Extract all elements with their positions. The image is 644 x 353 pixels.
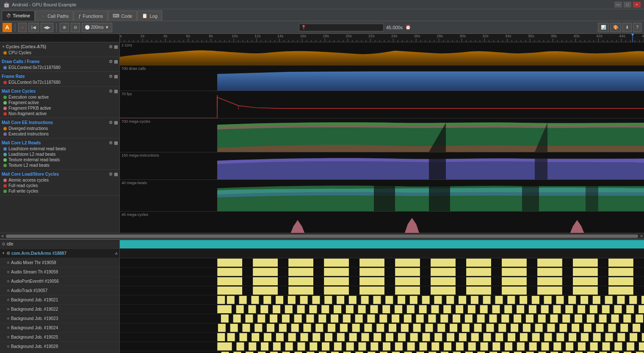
charts-panel: 2 GHz 700 draw calls — [120, 34, 644, 233]
thread-bgjob4: ⊛ Background Job. #19024 — [0, 323, 119, 333]
maliloadstore-gear-icon[interactable]: ⚙ — [109, 172, 113, 176]
darkarms-chart-row — [120, 249, 644, 258]
mali-exec-dot — [3, 96, 7, 99]
bgjob4-canvas — [120, 323, 644, 332]
zoom-out-button[interactable]: ⊖ — [71, 23, 80, 32]
malieeinstr-bar-icon[interactable]: ▦ — [114, 120, 118, 125]
malieeinstr-gear-icon[interactable]: ⚙ — [109, 120, 113, 125]
thread-bgjob1: ⊛ Background Job. #19021 — [0, 295, 119, 305]
record-button[interactable]: ● — [18, 23, 27, 32]
scroll-right[interactable]: ▶ — [640, 234, 644, 239]
time-input[interactable]: 📍 — [299, 24, 384, 31]
metrics-panel: ▼ Cycles (Cortex-A75) ⚙ ▦ CPU Cycles Dra… — [0, 34, 120, 233]
malicycles-header: Mali Core Cycles ⚙ ▦ — [0, 88, 119, 94]
android-icon: 🤖 — [3, 2, 10, 8]
audiomixer-canvas — [120, 258, 644, 267]
maximize-button[interactable]: □ — [624, 2, 631, 8]
thread-icon2: ⊛ — [7, 270, 10, 274]
thread-icon9: ⊛ — [7, 335, 10, 339]
maliloadstore-group: Mali Core Load/Store Cycles ⚙ ▦ Atomic a… — [0, 170, 119, 196]
minimize-button[interactable]: — — [614, 2, 622, 8]
thread-bgjob3: ⊛ Background Job. #19023 — [0, 314, 119, 323]
bgjob5-chart — [120, 333, 644, 342]
rewind-button[interactable]: |◀ — [28, 23, 39, 32]
executed-dot — [3, 132, 7, 136]
audiostream-canvas — [120, 268, 644, 276]
tab-log[interactable]: 📋 Log — [137, 11, 162, 21]
thread-bgjob5: ⊛ Background Job. #19025 — [0, 333, 119, 342]
help-button[interactable]: ? — [633, 23, 641, 32]
tab-code[interactable]: ⌨ Code — [108, 11, 137, 21]
mali-atomic-item: Atomic access cycles — [0, 177, 119, 183]
framerate-label: 70 fps — [122, 92, 132, 96]
malicycles-svg — [120, 119, 644, 152]
tab-callpaths[interactable]: 📞 Call Paths — [35, 11, 73, 21]
malil2reads-svg — [120, 180, 644, 211]
idle-bar — [120, 240, 644, 248]
mali-frag-item: Fragment active — [0, 100, 119, 105]
horizontal-scrollbar[interactable]: ◀ ▶ ||| — [0, 233, 644, 239]
malil2reads-gear-icon[interactable]: ⚙ — [109, 141, 113, 145]
thread-icon5: ⊛ — [7, 298, 10, 302]
time-display: 45.000s — [386, 25, 403, 30]
malicycles-label: 700 mega-cycles — [122, 119, 150, 124]
toolbar: A ● |◀ ◀▶ ⊕ ⊖ 🕐 200ms ▼ 📍 45.000s ⏰ 📊 🎨 … — [0, 21, 644, 34]
mali-fpkb-item: Fragment FPKB active — [0, 105, 119, 111]
mali-nonfrag-item: Non-fragment active — [0, 111, 119, 116]
malil2reads-bar-icon[interactable]: ▦ — [114, 141, 118, 145]
mali-executed-item: Executed instructions — [0, 131, 119, 137]
drawcalls-chart: 700 draw calls — [120, 66, 644, 91]
idle-process: ⚙ idle — [0, 240, 119, 249]
diverged-dot — [3, 127, 7, 130]
bgjob6-chart — [120, 342, 644, 351]
export-button[interactable]: ⬇ — [622, 23, 632, 32]
chart-type-button[interactable]: 📊 — [598, 23, 609, 32]
process-A-label: A — [115, 251, 118, 256]
cycles-header: ▼ Cycles (Cortex-A75) ⚙ ▦ — [0, 44, 119, 50]
sep1 — [15, 23, 15, 32]
cycles-bar-icon[interactable]: ▦ — [114, 44, 118, 49]
bgjob2-chart — [120, 305, 644, 314]
bgjob6-canvas — [120, 342, 644, 351]
maliloadstore-label: 45 mega-cycles — [122, 212, 148, 217]
tab-functions[interactable]: ƒ Functions — [74, 11, 108, 21]
darkarms-process: ▼ ⚙ com.Arm.DarkArms #18887 A — [0, 249, 119, 258]
tab-timeline[interactable]: ⏱ Timeline — [2, 11, 35, 21]
title-bar: 🤖 Android - GPU Bound Example — □ × — [0, 0, 644, 9]
cycles-expand[interactable]: ▼ — [2, 45, 5, 49]
framerate-header: Frame Rate ⚙ ▦ — [0, 73, 119, 80]
maliloadstore-bar-icon[interactable]: ▦ — [114, 172, 118, 176]
nav-button[interactable]: ◀▶ — [41, 23, 53, 32]
framerate-egl-item: EGLContext 0x72c1187680 — [0, 80, 119, 85]
ruler[interactable] — [120, 34, 644, 42]
cycles-gear-icon[interactable]: ⚙ — [109, 44, 113, 49]
timeline-tab-icon: ⏱ — [6, 13, 11, 18]
malil2reads-chart: 40 mega-beats — [120, 180, 644, 212]
cpu-cycles-chart: 2 GHz — [120, 42, 644, 66]
close-button[interactable]: × — [633, 2, 641, 8]
zoom-level-button[interactable]: 🕐 200ms ▼ — [82, 23, 112, 32]
malicycles-bar-icon[interactable]: ▦ — [114, 89, 118, 94]
framerate-svg — [120, 91, 644, 118]
expand-down-icon[interactable]: ▼ — [2, 251, 5, 255]
scroll-left[interactable]: ◀ — [0, 234, 4, 239]
framerate-bar-icon[interactable]: ▦ — [114, 74, 118, 79]
lsext-dot — [3, 147, 7, 151]
drawcalls-gear-icon[interactable]: ⚙ — [109, 59, 113, 64]
bgjob3-canvas — [120, 314, 644, 323]
zoom-in-button[interactable]: ⊕ — [60, 23, 69, 32]
clock-icon: 🕐 — [85, 25, 90, 30]
charts-scroll[interactable]: 2 GHz 700 draw calls — [120, 42, 644, 233]
drawcalls-bar-icon[interactable]: ▦ — [114, 59, 118, 64]
color-button[interactable]: 🎨 — [610, 23, 621, 32]
fullread-dot — [3, 184, 7, 188]
scroll-center-marks: ||| — [319, 234, 324, 238]
idle-chart-row — [120, 240, 644, 249]
texl2-dot — [3, 164, 7, 167]
cpu-cycles-label: 2 GHz — [122, 43, 133, 47]
malil2reads-group: Mali Core L2 Reads ⚙ ▦ Load/store extern… — [0, 138, 119, 170]
framerate-gear-icon[interactable]: ⚙ — [109, 74, 113, 79]
malicycles-gear-icon[interactable]: ⚙ — [109, 89, 113, 94]
texext-dot — [3, 158, 7, 162]
pin-icon: 📍 — [301, 25, 306, 30]
